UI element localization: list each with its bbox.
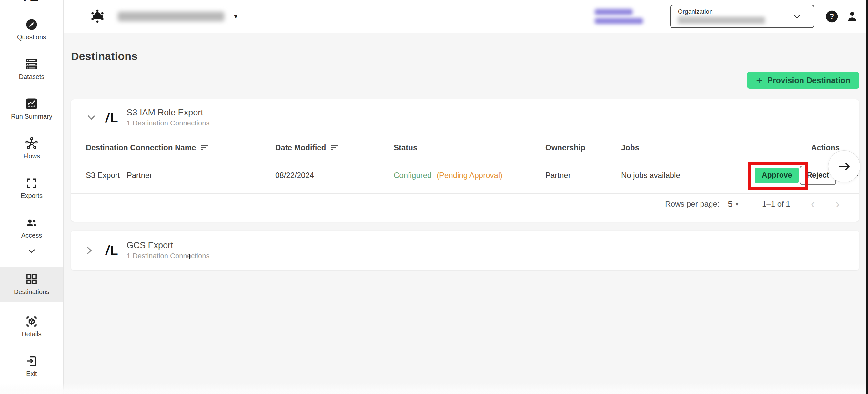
sidebar-item-label: Exports <box>21 192 42 200</box>
user-icon[interactable] <box>845 10 859 23</box>
sidebar-item-exit[interactable]: Exit <box>0 350 63 382</box>
help-icon[interactable]: ? <box>825 9 839 24</box>
plus-icon: + <box>756 75 762 86</box>
organization-label: Organization <box>678 8 807 15</box>
sidebar-item-label: Datasets <box>19 73 44 80</box>
cell-ownership: Partner <box>545 171 621 180</box>
access-expand-chevron-icon[interactable] <box>26 248 37 257</box>
sidebar-item-label: Details <box>22 330 41 338</box>
workspace-caret-icon[interactable]: ▾ <box>234 12 238 21</box>
column-header-actions: Actions <box>755 143 852 152</box>
sidebar-item-label: Questions <box>17 34 46 41</box>
previous-page-icon[interactable]: ‹ <box>811 198 815 210</box>
cell-status: Configured (Pending Approval) <box>394 171 545 180</box>
cell-jobs: No jobs available <box>621 171 755 180</box>
pagination-range: 1–1 of 1 <box>762 200 790 208</box>
sidebar-item-label: Destinations <box>14 288 50 296</box>
organization-value-redacted <box>678 17 765 24</box>
purple-link-line <box>595 9 633 15</box>
column-header-jobs: Jobs <box>621 143 755 152</box>
expand-chevron-right-icon[interactable] <box>86 245 98 256</box>
svg-text:?: ? <box>830 12 834 21</box>
table-row: S3 Export - Partner 08/22/2024 Configure… <box>71 157 859 194</box>
main-content: Destinations + Provision Destination /L … <box>64 33 868 394</box>
flows-hub-icon <box>25 136 39 151</box>
page-title: Destinations <box>71 50 859 63</box>
column-header-name: Destination Connection Name <box>86 143 275 152</box>
sidebar-logo-clipped: /L <box>0 0 63 5</box>
sidebar-item-access[interactable]: Access <box>0 212 63 243</box>
scroll-right-button[interactable] <box>828 150 860 183</box>
section-header: /L S3 IAM Role Export 1 Destination Conn… <box>71 99 859 134</box>
section-subtitle: 1 Destination Connections <box>127 119 210 127</box>
sidebar-item-questions[interactable]: Questions <box>0 13 63 45</box>
exports-frame-icon <box>25 176 39 190</box>
sidebar-item-label: Access <box>21 232 42 239</box>
sidebar-item-label: Run Summary <box>11 113 52 120</box>
datasets-list-icon <box>25 57 39 71</box>
next-page-icon[interactable]: › <box>835 198 840 210</box>
sidebar-item-exports[interactable]: Exports <box>0 172 63 203</box>
window-right-edge <box>866 0 868 394</box>
status-pending-approval: (Pending Approval) <box>437 171 502 179</box>
top-bar: ▾ Organization ? <box>64 0 868 33</box>
chevron-down-icon[interactable] <box>792 13 802 20</box>
rows-per-page-label: Rows per page: <box>665 200 719 208</box>
sidebar: /L Questions Datasets Run Summary Flows <box>0 0 64 394</box>
workspace-name-redacted[interactable] <box>118 11 224 21</box>
status-configured: Configured <box>394 171 431 179</box>
access-people-icon <box>25 216 39 230</box>
cell-connection-name: S3 Export - Partner <box>86 171 275 180</box>
exit-icon <box>25 354 39 368</box>
organization-select[interactable]: Organization <box>670 5 814 28</box>
app: { "colors": { "accent_green": "#3edc8c",… <box>0 0 868 394</box>
run-summary-chart-icon <box>25 97 39 111</box>
provision-destination-button[interactable]: + Provision Destination <box>747 72 859 89</box>
section-subtitle: 1 Destination Connections <box>127 252 210 260</box>
column-header-ownership: Ownership <box>545 143 621 152</box>
liveramp-logo: /L <box>25 0 39 5</box>
sidebar-item-flows[interactable]: Flows <box>0 133 63 164</box>
approve-button[interactable]: Approve <box>755 168 799 183</box>
chevron-down-icon: ▾ <box>736 201 738 207</box>
sort-icon[interactable] <box>331 144 339 151</box>
pagination: Rows per page: 5 ▾ 1–1 of 1 ‹ › <box>71 194 859 215</box>
purple-link-line <box>595 18 643 24</box>
section-title: GCS Export <box>127 240 210 251</box>
sidebar-item-label: Exit <box>26 370 37 377</box>
text-cursor <box>189 254 190 259</box>
collapse-chevron-down-icon[interactable] <box>86 114 98 122</box>
compass-icon <box>25 18 39 32</box>
destinations-grid-icon <box>25 272 39 286</box>
rows-per-page-select[interactable]: 5 ▾ <box>727 199 738 209</box>
section-gcs-export: /L GCS Export 1 Destination Connections <box>71 231 859 270</box>
column-header-status: Status <box>394 143 545 152</box>
liveramp-logo: /L <box>105 244 118 257</box>
sort-icon[interactable] <box>200 144 209 151</box>
sidebar-item-destinations[interactable]: Destinations <box>0 267 63 302</box>
sidebar-item-details[interactable]: Details <box>0 310 63 342</box>
provision-destination-label: Provision Destination <box>767 76 850 85</box>
liveramp-logo: /L <box>105 111 118 124</box>
section-title: S3 IAM Role Export <box>127 108 210 118</box>
section-s3-iam-role-export: /L S3 IAM Role Export 1 Destination Conn… <box>71 99 859 222</box>
account-links-redacted[interactable] <box>595 9 643 24</box>
sidebar-item-label: Flows <box>23 153 40 160</box>
sidebar-item-datasets[interactable]: Datasets <box>0 53 63 85</box>
column-header-date-modified: Date Modified <box>275 143 394 152</box>
sidebar-item-run-summary[interactable]: Run Summary <box>0 93 63 124</box>
table-header-row: Destination Connection Name Date Modifie… <box>71 138 859 157</box>
details-cube-icon <box>25 315 39 329</box>
cloud-hub-icon <box>89 8 106 25</box>
cell-date-modified: 08/22/2024 <box>275 171 394 180</box>
